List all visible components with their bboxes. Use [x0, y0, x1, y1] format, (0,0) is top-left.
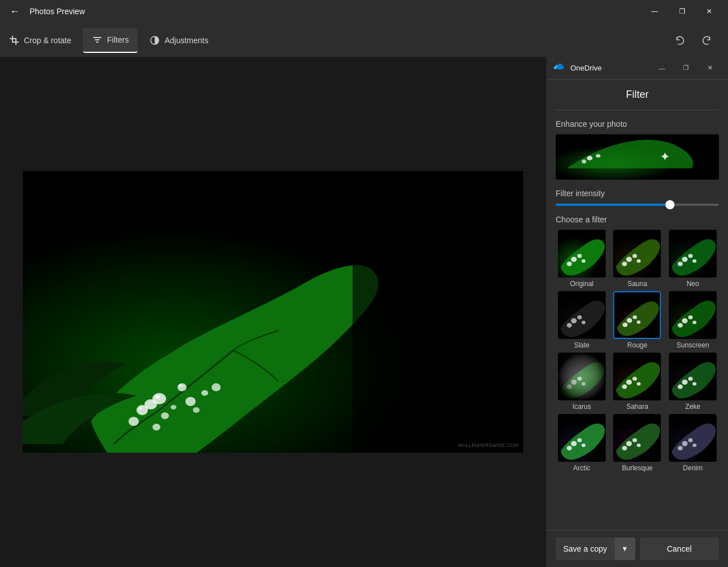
- svg-point-38: [632, 254, 637, 258]
- title-bar-controls: — ❐ ✕: [642, 2, 722, 20]
- filter-name-burlesque: Burlesque: [622, 464, 652, 472]
- svg-point-19: [129, 417, 139, 426]
- svg-point-13: [161, 412, 169, 419]
- crop-rotate-label: Crop & rotate: [24, 36, 71, 45]
- svg-point-34: [566, 262, 572, 266]
- svg-point-89: [682, 441, 688, 446]
- enhance-preview[interactable]: ✦: [556, 134, 719, 180]
- filter-panel: Filter Enhance your photo ✦: [547, 80, 728, 530]
- svg-point-15: [201, 390, 208, 396]
- svg-point-72: [637, 382, 641, 386]
- svg-point-43: [688, 254, 693, 258]
- onedrive-title: OneDrive: [570, 64, 602, 72]
- filter-name-neo: Neo: [686, 280, 699, 288]
- filter-name-zeke: Zeke: [685, 403, 701, 411]
- bottom-actions: Save a copy ▼ Cancel: [547, 530, 728, 567]
- maximize-button[interactable]: ❐: [669, 2, 695, 20]
- save-chevron-button[interactable]: ▼: [615, 537, 635, 560]
- filter-item-zeke[interactable]: Zeke: [667, 353, 719, 411]
- filter-item-neo[interactable]: Neo: [667, 230, 719, 288]
- photo-canvas: WALLPAPERSWIDE.COM: [23, 171, 523, 453]
- svg-point-58: [688, 316, 693, 320]
- filter-item-burlesque[interactable]: Burlesque: [611, 414, 664, 472]
- app-title: Photos Preview: [30, 7, 85, 16]
- side-panel: OneDrive — ❐ ✕ Filter Enhance your photo: [546, 57, 728, 567]
- onedrive-header: OneDrive — ❐ ✕: [547, 57, 728, 80]
- filter-item-arctic[interactable]: Arctic: [556, 414, 608, 472]
- filter-item-sauna[interactable]: Sauna: [611, 230, 664, 288]
- svg-point-18: [212, 383, 221, 391]
- svg-point-20: [152, 424, 160, 431]
- save-copy-button[interactable]: Save a copy: [556, 537, 615, 560]
- filter-name-denim: Denim: [683, 464, 703, 472]
- svg-point-16: [171, 405, 176, 409]
- svg-point-45: [693, 259, 697, 263]
- svg-rect-3: [12, 42, 19, 43]
- onedrive-minimize-button[interactable]: —: [651, 60, 673, 77]
- filter-item-icarus[interactable]: Icarus: [556, 353, 608, 411]
- back-button[interactable]: ←: [6, 2, 24, 20]
- svg-point-86: [622, 446, 627, 450]
- filter-item-slate[interactable]: Slate: [556, 291, 608, 349]
- filter-name-slate: Slate: [574, 341, 589, 349]
- svg-point-57: [682, 318, 688, 324]
- onedrive-cloud-icon: [553, 63, 566, 71]
- redo-button[interactable]: [696, 30, 717, 51]
- adjustments-button[interactable]: Adjustments: [140, 28, 217, 53]
- svg-point-55: [637, 321, 641, 324]
- svg-point-48: [577, 316, 582, 320]
- filter-thumb-zeke: [669, 353, 717, 400]
- filter-thumb-sunscreen: [669, 291, 717, 339]
- undo-redo-group: [670, 30, 717, 51]
- filter-item-denim[interactable]: Denim: [667, 414, 719, 472]
- crop-rotate-button[interactable]: Crop & rotate: [0, 28, 80, 53]
- intensity-section: Filter intensity: [556, 189, 719, 206]
- svg-point-69: [626, 380, 632, 385]
- svg-point-28: [587, 156, 593, 160]
- svg-point-35: [581, 259, 585, 263]
- close-button[interactable]: ✕: [696, 2, 722, 20]
- filter-item-sunscreen[interactable]: Sunscreen: [667, 291, 719, 349]
- filter-thumb-arctic: [558, 414, 606, 462]
- filter-item-rouge[interactable]: Rouge: [611, 291, 664, 349]
- redo-icon: [701, 35, 712, 46]
- photo-svg: [23, 171, 523, 453]
- cancel-button[interactable]: Cancel: [640, 537, 719, 560]
- filters-button[interactable]: Filters: [83, 28, 138, 53]
- adjustments-label: Adjustments: [164, 36, 208, 45]
- onedrive-win-buttons: — ❐ ✕: [651, 60, 721, 77]
- svg-point-52: [627, 318, 632, 323]
- onedrive-close-button[interactable]: ✕: [698, 60, 721, 77]
- svg-point-76: [678, 384, 683, 389]
- filter-panel-title: Filter: [556, 89, 719, 101]
- svg-point-23: [179, 384, 182, 387]
- svg-point-30: [582, 159, 586, 163]
- onedrive-maximize-button[interactable]: ❐: [675, 60, 697, 77]
- svg-point-79: [571, 441, 577, 446]
- undo-button[interactable]: [670, 30, 690, 51]
- filter-thumb-icarus: [558, 353, 606, 400]
- svg-point-32: [571, 257, 577, 262]
- filter-item-original[interactable]: Original: [556, 230, 608, 288]
- filter-name-sauna: Sauna: [627, 280, 647, 288]
- filter-item-sahara[interactable]: Sahara: [611, 353, 664, 411]
- svg-point-50: [581, 321, 585, 324]
- filter-name-icarus: Icarus: [572, 403, 591, 411]
- filter-thumb-original: [558, 230, 606, 278]
- intensity-thumb[interactable]: [665, 200, 675, 209]
- onedrive-icon: [553, 62, 566, 74]
- svg-point-44: [678, 262, 683, 266]
- intensity-slider[interactable]: [556, 204, 719, 206]
- svg-point-90: [688, 438, 693, 442]
- magic-wand-icon: ✦: [660, 150, 670, 164]
- svg-point-42: [682, 257, 688, 262]
- enhance-svg: [556, 134, 719, 180]
- svg-point-39: [622, 262, 627, 266]
- svg-point-74: [682, 380, 688, 385]
- photo-area: WALLPAPERSWIDE.COM: [0, 57, 546, 567]
- minimize-button[interactable]: —: [642, 2, 668, 20]
- svg-point-37: [626, 257, 632, 262]
- filter-grid: Original Sauna Neo: [556, 230, 719, 472]
- filter-thumb-sauna: [613, 230, 661, 278]
- filters-icon: [92, 35, 102, 45]
